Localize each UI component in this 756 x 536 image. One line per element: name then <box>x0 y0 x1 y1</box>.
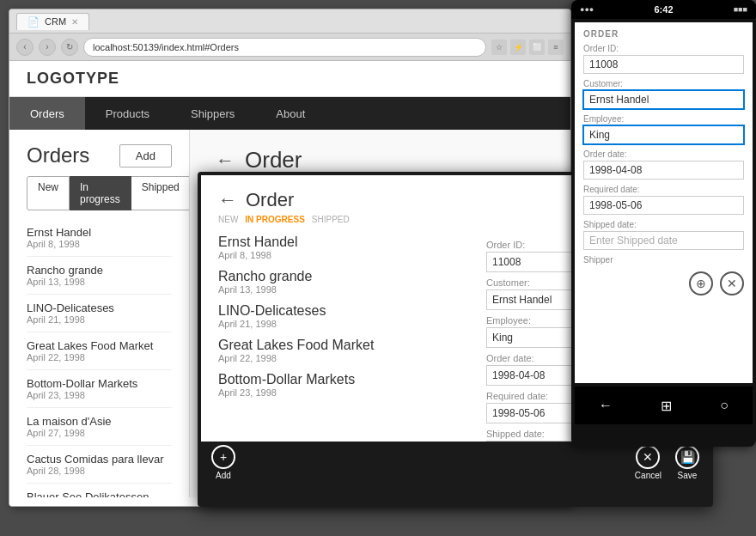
filter-tab-shipped[interactable]: Shipped <box>131 176 190 210</box>
phone-field-orderid: 11008 <box>583 55 744 74</box>
nav-item-products[interactable]: Products <box>85 97 170 130</box>
address-text: localhost:50139/index.html#Orders <box>93 42 239 52</box>
browser-controls: ‹ › ↻ localhost:50139/index.html#Orders … <box>9 34 570 61</box>
list-item[interactable]: LINO-Delicateses April 21, 1998 <box>27 295 172 332</box>
nav-label-about: About <box>276 107 305 120</box>
phone-signal: ●●● <box>580 5 594 14</box>
phone-field-shippeddate[interactable]: Enter Shipped date <box>583 231 744 250</box>
phone-field-label-customer: Customer: <box>583 79 744 88</box>
phone-home-button[interactable]: ⊞ <box>652 394 680 417</box>
phone-statusbar: ●●● 6:42 ■■■ <box>571 0 756 19</box>
modal-back-icon[interactable]: ← <box>218 189 237 211</box>
list-item[interactable]: Great Lakes Food Market April 22, 1998 <box>27 332 172 370</box>
list-item[interactable]: La maison d'Asie April 27, 1998 <box>27 408 172 446</box>
app-header: LOGOTYPE <box>9 61 570 97</box>
phone-field-label-orderid: Order ID: <box>583 44 744 53</box>
item-date: April 22, 1998 <box>27 352 172 362</box>
menu-icon[interactable]: ≡ <box>548 40 564 55</box>
list-item[interactable]: Blauer See Delikatessen April 29, 1998 <box>27 484 172 497</box>
phone-battery: ■■■ <box>734 5 747 14</box>
extension-icon[interactable]: ⬜ <box>529 40 545 55</box>
phone-device: ●●● 6:42 ■■■ ORDER Order ID: 11008 Custo… <box>571 0 756 447</box>
app-nav: Orders Products Shippers About <box>9 97 570 130</box>
modal-save-button[interactable]: 💾 Save <box>675 445 699 480</box>
modal-item-date: April 22, 1998 <box>218 353 469 363</box>
modal-list-item[interactable]: LINO-Delicateses April 21, 1998 <box>218 303 469 329</box>
phone-field-customer[interactable]: Ernst Handel <box>583 90 744 109</box>
modal-item-name: Ernst Handel <box>218 234 469 250</box>
add-icon: + <box>211 445 235 469</box>
app-logo: LOGOTYPE <box>27 70 119 87</box>
save-icon: 💾 <box>675 445 699 469</box>
modal-title: Order <box>246 189 294 211</box>
phone-navbar: ← ⊞ ○ <box>575 387 753 424</box>
list-item[interactable]: Rancho grande April 13, 1998 <box>27 257 172 295</box>
modal-status-shipped: SHIPPED <box>312 215 350 224</box>
phone-back-button[interactable]: ← <box>590 394 621 417</box>
modal-item-date: April 8, 1998 <box>218 250 469 260</box>
phone-search-button[interactable]: ○ <box>711 394 737 417</box>
modal-status-new: NEW <box>218 215 238 224</box>
list-item[interactable]: Bottom-Dollar Markets April 23, 1998 <box>27 370 172 408</box>
phone-field-label-shipper: Shipper <box>583 255 744 265</box>
forward-button[interactable]: › <box>39 39 56 56</box>
cancel-icon: ✕ <box>636 445 660 469</box>
star-icon[interactable]: ☆ <box>491 40 507 55</box>
modal-bottom-bar: + Add ✕ Cancel 💾 Save <box>198 442 713 483</box>
item-date: April 13, 1998 <box>27 277 172 287</box>
sidebar: Orders Add New In progress Shipped Ernst… <box>9 130 190 497</box>
back-arrow-icon[interactable]: ← <box>216 149 235 172</box>
modal-item-name: Great Lakes Food Market <box>218 338 469 353</box>
modal-list-item[interactable]: Ernst Handel April 8, 1998 <box>218 234 469 260</box>
phone-field-label-reqdate: Required date: <box>583 185 744 194</box>
modal-add-button[interactable]: + Add <box>211 445 235 480</box>
modal-cancel-button[interactable]: ✕ Cancel <box>635 445 662 480</box>
item-name: Blauer See Delikatessen <box>27 490 172 497</box>
item-name: Great Lakes Food Market <box>27 339 172 352</box>
modal-item-name: Bottom-Dollar Markets <box>218 372 469 387</box>
modal-item-date: April 21, 1998 <box>218 319 469 329</box>
item-date: April 28, 1998 <box>27 466 172 476</box>
nav-item-shippers[interactable]: Shippers <box>170 97 255 130</box>
browser-tab[interactable]: 📄 CRM ✕ <box>16 13 89 30</box>
phone-confirm-button[interactable]: ⊕ <box>689 271 713 295</box>
nav-item-orders[interactable]: Orders <box>9 97 85 130</box>
add-order-button[interactable]: Add <box>119 144 172 168</box>
plugin-icon[interactable]: ⚡ <box>510 40 526 55</box>
phone-close-button[interactable]: ✕ <box>720 271 744 295</box>
phone-field-employee[interactable]: King <box>583 125 744 144</box>
modal-item-date: April 13, 1998 <box>218 284 469 295</box>
item-date: April 21, 1998 <box>27 314 172 325</box>
list-item[interactable]: Cactus Comidas para llevar April 28, 199… <box>27 446 172 484</box>
back-button[interactable]: ‹ <box>16 39 34 56</box>
list-item[interactable]: Ernst Handel April 8, 1998 <box>27 219 172 257</box>
tab-close-button[interactable]: ✕ <box>71 17 78 27</box>
modal-item-date: April 23, 1998 <box>218 387 469 398</box>
phone-time: 6:42 <box>654 4 673 15</box>
filter-tab-new[interactable]: New <box>27 176 70 210</box>
filter-tab-inprogress[interactable]: In progress <box>70 176 131 210</box>
phone-field-label-employee: Employee: <box>583 114 744 124</box>
filter-tabs: New In progress Shipped <box>9 176 189 219</box>
modal-item-name: LINO-Delicateses <box>218 303 469 319</box>
item-name: Ernst Handel <box>27 226 172 239</box>
modal-list-item[interactable]: Bottom-Dollar Markets April 23, 1998 <box>218 372 469 398</box>
order-header: ← Order <box>216 147 545 174</box>
modal-list-item[interactable]: Rancho grande April 13, 1998 <box>218 269 469 295</box>
tab-icon: 📄 <box>27 16 40 27</box>
item-name: La maison d'Asie <box>27 415 172 428</box>
address-bar[interactable]: localhost:50139/index.html#Orders <box>83 38 486 57</box>
refresh-button[interactable]: ↻ <box>61 39 78 56</box>
phone-field-label-shippeddate: Shipped date: <box>583 220 744 229</box>
modal-list-item[interactable]: Great Lakes Food Market April 22, 1998 <box>218 338 469 363</box>
phone-field-label-orderdate: Order date: <box>583 149 744 159</box>
modal-status-inprogress: IN PROGRESS <box>245 215 304 224</box>
browser-icons: ☆ ⚡ ⬜ ≡ <box>491 40 564 55</box>
phone-section-title: ORDER <box>583 29 744 39</box>
modal-save-label: Save <box>678 471 698 480</box>
item-date: April 8, 1998 <box>27 239 172 249</box>
nav-item-about[interactable]: About <box>255 97 326 130</box>
item-name: Bottom-Dollar Markets <box>27 377 172 390</box>
item-name: Cactus Comidas para llevar <box>27 453 172 466</box>
sidebar-title: Orders <box>27 143 89 168</box>
